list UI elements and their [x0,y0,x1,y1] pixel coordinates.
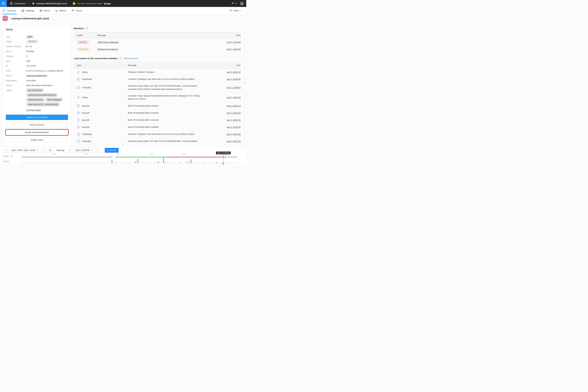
axis-tick-label: 15:40 [149,153,153,155]
avatar[interactable] [240,2,244,5]
axis-tick-mark [183,155,184,156]
filters-button[interactable]: Filters [229,9,242,12]
monitor-time-link[interactable]: Apr 5, 15:45:06 [226,41,240,43]
alert-circle-icon [77,132,80,136]
monitor-time-link[interactable]: Apr 5, 15:46:06 [226,48,240,50]
labels-list: api_service:truecomponent-type:kubernete… [26,88,68,107]
time-range-select[interactable]: Apr 5, 15:04 - Apr 5, 16:04 [10,148,40,153]
event-type-label: BackOff [82,126,89,128]
range-prev-button[interactable] [4,148,8,153]
event-time-link[interactable]: Apr 5, 15:52:01 [226,119,240,121]
expand-events-button[interactable] [119,142,127,146]
about-row-more-labels: +15 more labels [6,108,68,112]
alert-circle-icon [77,86,80,89]
event-time-link[interactable]: Apr 5, 15:51:16 [226,140,240,142]
monitors-table-body: CRITICAL OOM Killed (catalogue) Apr 5, 1… [74,39,240,53]
event-time-link[interactable]: Apr 5, 15:52:02 [226,112,240,114]
timeline-plot[interactable]: Apr 5, 16:00:09 15:1315:2215:3115:4015:4… [22,153,237,164]
axis-tick-label: 15:22 [84,153,88,155]
cursor-next-button[interactable] [96,148,101,153]
tab-bar: Highlights Topology Events Metrics Trace… [0,7,246,14]
event-time-link[interactable]: Apr 5, 15:59:00 [226,78,240,80]
timeline-cursor-handle[interactable] [223,154,224,164]
events-icon [40,9,42,12]
about-panel: About Type pod Health CRITICAL Ready con… [2,24,71,147]
tab-metrics[interactable]: Metrics [55,7,67,14]
timeline-chart: Health ? Events Apr 5, 16:00:09 15:1315:… [0,153,246,164]
about-row-cluster: Cluster demo-dev.demo.stackstate.io [6,83,68,88]
breadcrumb-entity[interactable]: catalogue-69b58cb649-gjl5v (pod) [32,2,67,5]
event-time-link[interactable]: Apr 5, 15:52:28 [226,96,240,99]
axis-tick-mark [118,155,119,156]
about-row-node: Node ip-10-0-21-204.eu-w...1.compute.int… [6,68,68,73]
health-help-icon[interactable]: ? [10,155,13,157]
event-message: Container 'catalogue' was killed due to … [126,76,213,82]
cursor-prev-button[interactable] [68,148,72,153]
zoom-out-icon[interactable] [48,148,53,153]
axis-tick-label: 15:31 [116,153,120,155]
components-grid-icon [10,2,13,5]
event-message: Container image "quay.io/stackstate/weav… [126,93,213,102]
event-time-link[interactable]: Apr 5, 15:52:00 [226,126,240,128]
event-message: Back-off restarting failed container [126,110,213,116]
event-type-label: Unhealthy [82,86,91,89]
events-table-header: Type Message Time [74,62,240,69]
event-message: Back-off restarting failed container [126,117,213,123]
monitor-row: DEVIATING Restarts for containers Apr 5,… [74,46,240,53]
more-labels-link[interactable]: +15 more labels [26,109,41,111]
event-time-link[interactable]: Apr 5, 15:52:14 [226,105,240,107]
label-pill: domain:business [26,98,44,102]
event-row: OOMKilled Container 'catalogue' was kill… [74,76,240,83]
event-time-link[interactable]: Apr 5, 15:56:04 [226,86,240,89]
show-status-button[interactable]: SHOW STATUS [6,122,68,128]
about-row-ip: IP 10.0.30.95 [6,64,68,68]
range-next-button[interactable] [42,148,47,153]
event-message: Container 'catalogue' was killed due to … [126,131,213,138]
about-row-namespace: Namespace sock-shop [6,78,68,83]
events-heading: Last events in the current time window ?… [74,57,240,60]
breadcrumb-entity-label: catalogue-69b58cb649-gjl5v (pod) [36,2,67,5]
monitor-message-link[interactable]: OOM Killed (catalogue) [98,41,119,43]
about-row-phase: Phase Running [6,49,68,54]
tab-highlights[interactable]: Highlights [2,7,16,14]
view-all-events-link[interactable]: View all events [124,57,138,60]
pin-icon[interactable] [231,2,234,5]
breadcrumb-components[interactable]: Components [14,2,26,5]
events-row-label: Events [3,160,10,162]
label-pill: node-name:ip-10-...ompute.internal [26,102,60,106]
alert-circle-icon [77,140,80,143]
go-live-link[interactable]: Go live [104,2,110,5]
top-bar: Components / catalogue-69b58cb649-gjl5v … [0,0,246,7]
warning-icon: ! [73,2,76,5]
owner-link[interactable]: catalogue-69b58cb649 [26,74,47,77]
health-row-label: Health ? [3,155,13,157]
show-configuration-button[interactable]: SHOW CONFIGURATION [6,130,68,135]
alert-circle-icon [77,111,80,114]
event-message: Back-off restarting failed container [126,124,213,130]
hamburger-menu-button[interactable] [0,0,7,7]
breadcrumb-separator: / [28,2,29,5]
tab-events[interactable]: Events [39,7,50,14]
tab-traces[interactable]: Traces [71,7,82,14]
event-row: BackOff Back-off restarting failed conta… [74,116,240,124]
event-time-link[interactable]: Apr 5, 16:00:37 [226,71,240,73]
go-live-button[interactable]: Go live [105,148,118,153]
tab-topology[interactable]: Topology [21,7,34,14]
show-last-change-button[interactable]: SHOW LAST CHANGE [6,115,68,120]
event-time-link[interactable]: Apr 5, 15:51:59 [226,133,240,136]
events-help-icon[interactable]: ? [119,57,122,60]
chevron-down-icon [240,10,242,12]
health-badge: DEVIATING [77,48,90,51]
tab-topology-label: Topology [26,10,34,12]
event-type-label: BackOff [82,119,89,121]
topbar-actions: 0 [231,2,246,5]
monitors-help-icon[interactable]: ? [86,27,88,30]
timeline-bar: Apr 5, 15:04 - Apr 5, 16:04 Topology Apr… [0,146,246,164]
collapse-panel-handle[interactable] [243,78,246,88]
show-logs-button[interactable]: SHOW LOGS [6,137,68,142]
cursor-time-select[interactable]: Apr 5, 16:00:09 [74,148,94,153]
monitor-message-link[interactable]: Restarts for containers [98,48,118,50]
page-title: catalogue-69b58cb649-gjl5v (pod) [2,16,49,21]
health-critical-badge: CRITICAL [26,40,38,43]
events-section: Last events in the current time window ?… [74,57,240,145]
